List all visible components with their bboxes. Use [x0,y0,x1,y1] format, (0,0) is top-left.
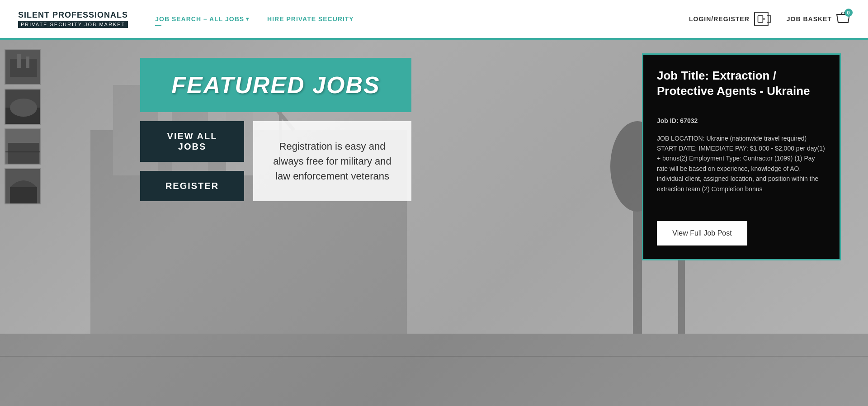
register-button[interactable]: REGISTER [140,171,244,201]
job-title: Job Title: Extraction / Protective Agent… [657,68,826,99]
header-right: LOGIN/REGISTER JOB BASKET 0 [689,11,850,27]
main-content: FEATURED JOBS VIEW ALL JOBS REGISTER Reg… [0,40,868,406]
featured-banner: FEATURED JOBS [140,58,411,112]
main-nav: JOB SEARCH – ALL JOBS ▾ HIRE PRIVATE SEC… [155,15,689,23]
job-basket-label: JOB BASKET [787,15,832,23]
svg-rect-22 [8,143,39,165]
job-description: JOB LOCATION: Ukraine (nationwide travel… [657,133,826,194]
svg-rect-0 [758,16,763,23]
thumbnail-4[interactable] [5,168,41,204]
thumbnail-2[interactable] [5,89,41,125]
job-basket-button[interactable]: JOB BASKET 0 [787,11,850,27]
login-icon [754,12,769,26]
logo-subtitle: PRIVATE SECURITY JOB MARKET [18,21,128,28]
login-register-button[interactable]: LOGIN/REGISTER [689,12,769,26]
thumbnail-3[interactable] [5,128,41,165]
login-register-label: LOGIN/REGISTER [689,15,750,23]
thumbnail-strip [5,49,41,204]
svg-rect-15 [10,59,37,77]
nav-hire-security[interactable]: HIRE PRIVATE SECURITY [267,15,354,23]
nav-job-search-label: JOB SEARCH – ALL JOBS [155,15,244,23]
view-full-job-post-button[interactable]: View Full Job Post [657,221,747,245]
featured-section: FEATURED JOBS VIEW ALL JOBS REGISTER Reg… [140,58,411,201]
registration-text: Registration is easy and always free for… [264,139,400,184]
svg-rect-17 [26,57,29,68]
registration-info-box: Registration is easy and always free for… [253,121,411,201]
header: SILENT PROFESSIONALS PRIVATE SECURITY JO… [0,0,868,40]
thumbnail-1[interactable] [5,49,41,85]
logo-title[interactable]: SILENT PROFESSIONALS [18,10,128,20]
basket-count-badge: 0 [844,9,853,17]
buttons-column: VIEW ALL JOBS REGISTER [140,121,244,201]
job-card: Job Title: Extraction / Protective Agent… [642,53,841,260]
chevron-down-icon: ▾ [246,16,249,22]
nav-job-search[interactable]: JOB SEARCH – ALL JOBS ▾ [155,15,249,23]
nav-underline [155,25,161,26]
basket-icon: 0 [836,11,850,27]
job-id: Job ID: 67032 [657,117,826,124]
featured-title: FEATURED JOBS [171,72,380,98]
logo-area: SILENT PROFESSIONALS PRIVATE SECURITY JO… [18,10,128,28]
svg-rect-25 [10,187,37,204]
svg-point-20 [10,99,37,117]
svg-rect-16 [17,54,21,68]
view-all-jobs-button[interactable]: VIEW ALL JOBS [140,121,244,162]
action-area: VIEW ALL JOBS REGISTER Registration is e… [140,121,411,201]
svg-rect-12 [0,334,868,406]
nav-hire-security-label: HIRE PRIVATE SECURITY [267,15,354,23]
